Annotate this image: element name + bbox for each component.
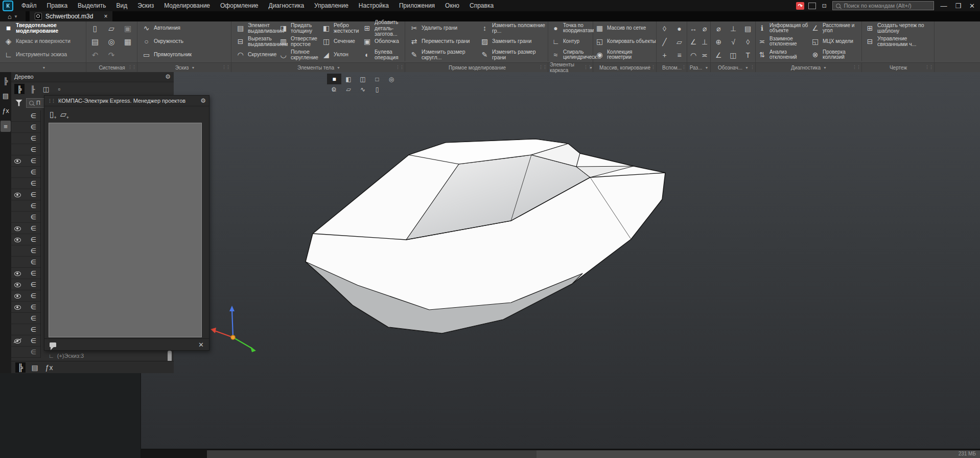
tree-row[interactable]: ∈	[11, 268, 40, 279]
license-update-icon[interactable]: ↷	[796, 2, 804, 10]
group-label[interactable]: Массив, копирование⋮⋮	[594, 63, 657, 72]
screenshot-icon[interactable]: ⊡	[820, 2, 828, 10]
ribbon-button[interactable]: ✎Изменить размер грани	[477, 48, 548, 61]
command-search-input[interactable]: Поиск по командам (Alt+/)	[832, 1, 934, 10]
ribbon-button[interactable]: ▦Массив по сетке	[594, 21, 656, 35]
tree-row[interactable]: ∈	[11, 347, 40, 358]
eye-icon[interactable]	[14, 226, 21, 231]
menu-item[interactable]: Настройка	[354, 1, 394, 10]
panel-tab-main-menu[interactable]: ≡	[1, 121, 11, 132]
menu-item[interactable]: Вид	[111, 1, 132, 10]
ribbon-button[interactable]: ℹИнформация об объекте	[756, 21, 809, 35]
ribbon-button[interactable]: ◫Сечение	[319, 35, 360, 48]
ribbon-button[interactable]: ↕Изменить положение гр...	[477, 21, 548, 35]
ribbon-button[interactable]: ⊟Вырезать выдавливанием	[233, 35, 276, 48]
eye-icon[interactable]	[14, 305, 21, 310]
ribbon-button[interactable]: ✂Удалить грани	[407, 21, 477, 35]
panel-tab-tree-tab[interactable]: ╠	[1, 75, 11, 86]
display-mode-button-cube-solid[interactable]: ■	[327, 74, 341, 84]
tree-row[interactable]: ∈	[11, 178, 40, 189]
group-label[interactable]: Вспом...⋮	[657, 63, 687, 72]
open-icon[interactable]: ▱	[107, 24, 116, 33]
group-label[interactable]: Чертеж⋮⋮	[862, 63, 935, 72]
comment-icon[interactable]	[50, 342, 56, 347]
display-mode-button-cube-semi[interactable]: ◫	[356, 74, 370, 84]
project-tool-button-pick-document[interactable]: ▱	[60, 109, 66, 119]
ribbon-button[interactable]: ∿ Автолиния	[139, 21, 231, 35]
group-label[interactable]: Элементы каркаса▼⋮⋮	[550, 63, 593, 72]
save-as-icon[interactable]: ▦	[124, 37, 132, 47]
kompas-logo-icon[interactable]: К	[3, 1, 13, 11]
note-text-icon[interactable]: T	[742, 51, 754, 59]
dim-diametral-icon[interactable]: ⌀	[699, 25, 710, 33]
redo-icon[interactable]: ↷	[107, 51, 116, 60]
close-icon[interactable]: ✕	[198, 341, 204, 349]
ribbon-button[interactable]: ◐Булева операция	[360, 48, 405, 61]
note-position-icon[interactable]: ⊕	[713, 38, 724, 46]
project-tool-button-new-project[interactable]: ▯	[50, 109, 54, 119]
tree-toolbar-button-relations[interactable]: ◫	[41, 84, 51, 94]
panel-tab-properties-tab[interactable]: ▤	[1, 90, 11, 101]
tree-row[interactable]: ∈	[11, 324, 40, 335]
filter-icon[interactable]	[15, 100, 22, 106]
tree-row[interactable]: ∈	[11, 155, 40, 167]
ribbon-button[interactable]: ◨Придать толщину	[276, 21, 319, 35]
eye-icon[interactable]	[14, 192, 21, 197]
tree-row[interactable]: ∈	[11, 144, 40, 155]
eye-icon[interactable]	[14, 282, 21, 287]
ribbon-button[interactable]: ◢Уклон	[319, 48, 360, 61]
aux-axis-icon[interactable]: ╱	[659, 38, 670, 46]
menu-item[interactable]: Управление	[309, 1, 354, 10]
tree-row[interactable]: ∈	[11, 167, 40, 178]
tree-row[interactable]: ∈	[11, 302, 40, 313]
ribbon-button[interactable]: ▤Элемент выдавливания	[233, 21, 276, 35]
tree-row[interactable]: ∈	[11, 290, 40, 302]
gear-icon[interactable]: ⚙	[200, 97, 206, 104]
dim-base-icon[interactable]: ⊥	[699, 38, 710, 46]
tree-scrollbar[interactable]	[168, 351, 172, 362]
tree-row[interactable]: ∈	[11, 313, 40, 324]
ribbon-button[interactable]: ⇄Переместить грани	[407, 35, 477, 48]
menu-item[interactable]: Эскиз	[132, 1, 159, 10]
tree-toolbar-button-tree-structure[interactable]: ╠	[14, 84, 25, 94]
dim-angular-icon[interactable]: ∠	[688, 38, 699, 46]
tree-row[interactable]: ∈	[11, 223, 40, 234]
menu-item[interactable]: Окно	[440, 1, 464, 10]
preview-icon[interactable]: ◎	[107, 37, 116, 47]
menu-item[interactable]: Моделирование	[159, 1, 215, 10]
tree-row[interactable]: ∈	[11, 234, 40, 245]
menu-item[interactable]: Правка	[42, 1, 73, 10]
orientation-button-curve-view[interactable]: ∿	[356, 84, 370, 95]
print-icon[interactable]: ▤	[91, 37, 100, 47]
group-label[interactable]: Обознач...▼⋮	[711, 63, 756, 72]
ribbon-collapse-button[interactable]: ▼	[2, 63, 86, 72]
tree-row[interactable]: ∈	[11, 200, 40, 212]
tree-row[interactable]: ∈	[11, 245, 40, 257]
note-rough-icon[interactable]: √	[728, 38, 739, 46]
note-datum-icon[interactable]: ◊	[742, 38, 754, 46]
aux-plane-icon[interactable]: ◊	[659, 25, 670, 33]
aux-eq-icon[interactable]: ≡	[674, 51, 685, 59]
ribbon-button[interactable]: ▭ Прямоугольник	[139, 48, 231, 61]
ribbon-button[interactable]: ∠Расстояние и угол	[809, 21, 860, 35]
menu-item[interactable]: Выделить	[73, 1, 111, 10]
project-manager-window[interactable]: ⋮⋮ КОМПАС-Электрик Express. Менеджер про…	[44, 95, 209, 351]
ribbon-button[interactable]: ◧Ребро жесткости	[319, 21, 360, 35]
tree-toolbar-button-select-area[interactable]: ▫	[54, 84, 64, 94]
horizontal-scrollbar-track[interactable]	[536, 450, 980, 458]
group-label[interactable]: Эскиз▼⋮⋮	[139, 63, 231, 72]
group-label[interactable]: Прямое моделирование⋮⋮	[407, 63, 548, 72]
dim-linear-icon[interactable]: ↔	[688, 25, 699, 33]
note-table-icon[interactable]: ▤	[742, 25, 754, 33]
note-perp-icon[interactable]: ⊥	[728, 25, 739, 33]
eye-icon[interactable]	[14, 338, 21, 344]
toolset-item[interactable]: ◈ Каркас и поверхности	[2, 35, 86, 48]
display-mode-button-cube-zoom[interactable]: ◎	[384, 74, 399, 84]
tree-row[interactable]: ∈	[11, 279, 40, 290]
tree-row[interactable]: ∈	[11, 189, 40, 200]
project-window-titlebar[interactable]: ⋮⋮ КОМПАС-Электрик Express. Менеджер про…	[44, 96, 209, 106]
ribbon-button[interactable]: ◱Копировать объекты	[594, 35, 656, 48]
ribbon-button[interactable]: ⊞Создать чертеж по шаблону	[862, 21, 934, 35]
ribbon-button[interactable]: ◠Скругление	[233, 48, 276, 61]
aux-point-icon[interactable]: ●	[674, 25, 685, 33]
